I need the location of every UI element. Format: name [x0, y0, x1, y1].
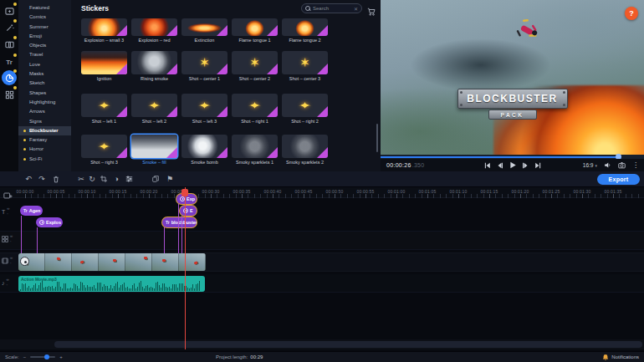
title-track-header[interactable]: T ∞◦	[2, 207, 10, 216]
sticker-item-smoke-fill[interactable]: Smoke – fill	[131, 135, 177, 165]
sticker-item-shot-right-3[interactable]: Shot – right 3	[81, 135, 127, 165]
split-button[interactable]: ✂	[75, 173, 87, 185]
video-clip[interactable]	[18, 253, 206, 271]
timeline-clip-blockbuster[interactable]: Trblockbuster	[162, 217, 197, 227]
snapshot-camera-button[interactable]	[618, 161, 626, 169]
more-tools-tab[interactable]	[2, 87, 17, 102]
export-button[interactable]: Export	[597, 174, 640, 185]
category-item-summer[interactable]: Summer	[18, 23, 71, 32]
play-button[interactable]	[509, 161, 516, 169]
sticker-item-shot-left-3[interactable]: Shot – left 3	[181, 94, 227, 124]
sticker-item-flame-tongue-2[interactable]: Flame tongue 2	[282, 18, 328, 43]
sticker-thumbnail[interactable]	[282, 135, 328, 158]
track-link-icon[interactable]: ∞	[10, 235, 13, 239]
timeline-clip-agen[interactable]: TrAgen	[20, 206, 43, 216]
category-item-sketch[interactable]: Sketch	[18, 79, 71, 88]
sticker-item-explosion-small-3[interactable]: Explosion – small 3	[81, 18, 127, 43]
playhead-line[interactable]	[185, 187, 186, 349]
track-link-icon[interactable]: ∞	[7, 278, 9, 283]
skip-start-button[interactable]	[483, 162, 490, 169]
sticker-thumbnail[interactable]	[232, 18, 278, 36]
sticker-track-lane[interactable]	[0, 231, 644, 250]
sticker-item-shot-center-1[interactable]: Shot – center 1	[181, 51, 227, 81]
filters-tab[interactable]	[2, 20, 17, 35]
category-item-shapes[interactable]: Shapes	[18, 89, 71, 98]
sticker-item-flame-tongue-1[interactable]: Flame tongue 1	[232, 18, 278, 43]
sticker-thumbnail[interactable]	[131, 135, 177, 158]
sticker-thumbnail[interactable]	[282, 51, 328, 74]
category-item-comics[interactable]: Comics	[18, 13, 71, 22]
zoom-in-button[interactable]: +	[59, 354, 63, 359]
sticker-thumbnail[interactable]	[232, 51, 278, 74]
redo-button[interactable]: ↷	[36, 173, 48, 185]
timeline-ruler[interactable]: 00:00:0000:00:0500:00:1000:00:1500:00:20…	[0, 187, 644, 198]
timeline-scrollbar-thumb[interactable]	[54, 341, 642, 348]
sticker-item-ignition[interactable]: Ignition	[81, 51, 127, 81]
next-frame-button[interactable]	[522, 162, 529, 169]
titles-tab[interactable]: Tr	[2, 54, 17, 69]
category-item-arrows[interactable]: Arrows	[18, 107, 71, 116]
sticker-thumbnail[interactable]	[81, 51, 127, 74]
sticker-thumbnail[interactable]	[232, 94, 278, 117]
category-item-sci-fi[interactable]: Sci-Fi	[18, 155, 71, 164]
sticker-track-header[interactable]: ∞◦	[2, 235, 13, 243]
scale-slider[interactable]	[30, 356, 55, 358]
transitions-tab[interactable]	[2, 37, 17, 52]
category-item-horror[interactable]: Horror	[18, 145, 71, 154]
track-link-icon[interactable]: ∞	[10, 257, 13, 261]
sticker-item-shot-right-1[interactable]: Shot – right 1	[232, 94, 278, 124]
sticker-item-shot-left-1[interactable]: Shot – left 1	[81, 94, 127, 124]
notifications-button[interactable]: Notifications	[602, 354, 639, 361]
skip-end-button[interactable]	[534, 162, 541, 169]
sticker-thumbnail[interactable]	[181, 94, 227, 117]
sticker-item-shot-center-3[interactable]: Shot – center 3	[282, 51, 328, 81]
sticker-item-extinction[interactable]: Extinction	[181, 18, 227, 43]
sticker-thumbnail[interactable]	[181, 18, 227, 36]
transition-badge[interactable]	[20, 257, 29, 266]
rotate-button[interactable]: ↻	[86, 173, 98, 185]
sticker-item-explosion-red[interactable]: Explosion – red	[131, 18, 177, 43]
color-adjust-button[interactable]: ◑	[110, 173, 122, 185]
stickers-tab[interactable]	[2, 70, 17, 85]
video-canvas[interactable]: BLOCKBUSTER PACK ?	[381, 0, 644, 155]
category-item-fantasy[interactable]: Fantasy	[18, 135, 71, 145]
scale-slider-knob[interactable]	[44, 354, 49, 359]
video-track-header[interactable]: ∞◦	[2, 257, 13, 265]
zoom-out-button[interactable]: −	[23, 354, 27, 359]
category-item-featured[interactable]: Featured	[18, 3, 71, 13]
panel-scrollbar[interactable]	[376, 124, 378, 152]
sticker-thumbnail[interactable]	[282, 94, 328, 117]
category-item-blockbuster[interactable]: Blockbuster	[18, 126, 71, 135]
sticker-thumbnail[interactable]	[81, 94, 127, 117]
sticker-thumbnail[interactable]	[181, 51, 227, 74]
track-lock-icon[interactable]: ◦	[7, 283, 9, 288]
prev-frame-button[interactable]	[496, 162, 503, 169]
delete-button[interactable]	[50, 173, 62, 185]
volume-button[interactable]	[604, 161, 611, 169]
sticker-item-shot-center-2[interactable]: Shot – center 2	[232, 51, 278, 81]
track-lock-icon[interactable]: ◦	[10, 240, 13, 244]
add-track-button[interactable]	[3, 188, 13, 203]
category-item-objects[interactable]: Objects	[18, 41, 71, 50]
timeline-scrollbar[interactable]	[0, 339, 644, 349]
sticker-thumbnail[interactable]	[181, 135, 227, 158]
import-tab[interactable]	[2, 3, 17, 18]
sticker-item-smoky-sparklets-2[interactable]: Smoky sparklets 2	[282, 135, 328, 165]
sticker-item-shot-right-2[interactable]: Shot – right 2	[282, 94, 328, 124]
sticker-item-smoke-bomb[interactable]: Smoke bomb	[181, 135, 227, 165]
sticker-thumbnail[interactable]	[81, 135, 127, 158]
marker-button[interactable]: ⚑	[164, 173, 176, 185]
sticker-thumbnail[interactable]	[81, 18, 127, 36]
category-item-emoji[interactable]: Emoji	[18, 32, 71, 41]
duplicate-button[interactable]	[150, 173, 161, 185]
audio-track-header[interactable]: ♪ ∞◦	[2, 278, 9, 287]
category-item-highlighting[interactable]: Highlighting	[18, 98, 71, 107]
timeline-clip-explos[interactable]: Explos	[36, 217, 63, 227]
track-lock-icon[interactable]: ◦	[7, 212, 9, 217]
sticker-thumbnail[interactable]	[131, 51, 177, 74]
sticker-item-smoky-sparklets-1[interactable]: Smoky sparklets 1	[232, 135, 278, 165]
help-button[interactable]: ?	[625, 7, 638, 20]
playhead-handle[interactable]	[181, 189, 188, 196]
category-item-masks[interactable]: Masks	[18, 69, 71, 79]
clip-properties-button[interactable]	[123, 173, 135, 185]
